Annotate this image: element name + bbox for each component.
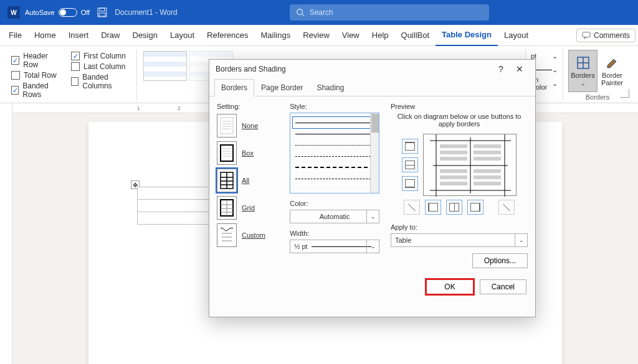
applyto-dropdown[interactable]: Table ⌄ (391, 233, 528, 247)
applyto-label: Apply to: (391, 223, 528, 231)
style-option[interactable] (293, 173, 376, 184)
chevron-down-icon: ⌄ (366, 210, 379, 223)
chk-banded-cols[interactable]: Banded Columns (71, 73, 131, 90)
chk-total-row[interactable]: Total Row (11, 71, 62, 80)
tab-help[interactable]: Help (366, 25, 395, 46)
tab-quillbot[interactable]: QuillBot (395, 25, 436, 46)
width-dropdown[interactable]: ½ pt ⌄ (290, 240, 379, 253)
style-label: Style: (290, 103, 379, 110)
border-inside-h-button[interactable] (402, 157, 418, 172)
style-option[interactable] (293, 139, 376, 151)
scroll-thumb[interactable] (371, 114, 379, 133)
search-icon (296, 8, 305, 17)
tab-layout[interactable]: Layout (164, 25, 201, 46)
tab-review[interactable]: Review (297, 25, 336, 46)
word-logo: W (7, 6, 20, 19)
borders-and-shading-dialog: Borders and Shading ? ✕ Borders Page Bor… (209, 59, 536, 317)
opt-label: Custom (242, 231, 265, 239)
svg-rect-40 (440, 157, 467, 161)
chk-label: Banded Columns (82, 73, 131, 90)
tab-insert[interactable]: Insert (62, 25, 95, 46)
border-right-button[interactable] (467, 200, 483, 215)
autosave-state: Off (81, 9, 90, 16)
comments-button[interactable]: Comments (576, 29, 636, 42)
preview-svg (424, 134, 517, 197)
comments-label: Comments (594, 31, 630, 40)
svg-rect-5 (583, 32, 590, 37)
svg-rect-9 (221, 118, 233, 134)
border-left-button[interactable] (425, 200, 441, 215)
save-icon[interactable] (97, 7, 107, 17)
chk-last-col[interactable]: Last Column (71, 62, 131, 71)
chk-label: First Column (83, 52, 126, 60)
border-icon (405, 161, 415, 169)
border-diag-up-button[interactable] (498, 200, 515, 215)
tab-table-design[interactable]: Table Design (436, 25, 498, 46)
svg-rect-45 (440, 175, 467, 179)
tab-view[interactable]: View (336, 25, 366, 46)
border-diag-down-button[interactable] (404, 200, 420, 215)
preview-diagram[interactable] (423, 134, 517, 196)
preview-hint: Click on diagram below or use buttons to… (391, 113, 528, 128)
help-button[interactable]: ? (492, 60, 510, 78)
style-option[interactable] (293, 117, 376, 128)
border-top-button[interactable] (402, 139, 418, 154)
chk-banded-rows[interactable]: Banded Rows (11, 82, 62, 99)
color-dropdown[interactable]: Automatic ⌄ (290, 210, 379, 223)
style-option[interactable] (293, 128, 376, 139)
ok-button[interactable]: OK (426, 279, 473, 294)
border-bottom-button[interactable] (402, 176, 418, 191)
setting-label: Setting: (217, 103, 279, 110)
style-option[interactable] (293, 151, 376, 162)
dlg-tab-shading[interactable]: Shading (310, 79, 351, 96)
autosave-label: AutoSave (25, 9, 55, 16)
autosave-toggle[interactable]: AutoSave Off (25, 8, 90, 17)
checkbox-icon (71, 52, 80, 60)
painter-label: Border Painter (598, 72, 627, 86)
grid-icon (217, 196, 237, 220)
close-button[interactable]: ✕ (510, 60, 529, 78)
scrollbar[interactable] (370, 113, 379, 193)
table-style-thumb[interactable] (143, 51, 187, 81)
options-button[interactable]: Options... (472, 253, 528, 268)
setting-box[interactable]: Box (217, 141, 279, 165)
dlg-tab-page-border[interactable]: Page Border (254, 79, 310, 96)
cancel-button[interactable]: Cancel (480, 279, 526, 294)
comment-icon (582, 31, 591, 40)
border-icon (428, 203, 438, 212)
dlg-tab-borders[interactable]: Borders (214, 79, 254, 96)
svg-point-3 (297, 9, 302, 15)
border-icon (405, 142, 415, 151)
none-icon (217, 114, 237, 138)
checkbox-icon (71, 77, 79, 86)
dialog-launcher-icon[interactable] (621, 89, 629, 98)
chk-first-col[interactable]: First Column (71, 52, 131, 60)
tab-layout2[interactable]: Layout (498, 25, 535, 46)
chevron-down-icon: ⌄ (515, 234, 527, 246)
opt-label: Grid (242, 204, 255, 212)
style-option[interactable] (293, 162, 376, 173)
svg-rect-47 (474, 169, 501, 173)
style-list[interactable] (290, 113, 379, 194)
svg-rect-49 (474, 182, 501, 185)
setting-custom[interactable]: Custom (217, 223, 279, 247)
chevron-down-icon: ⌄ (552, 80, 558, 88)
border-painter-button[interactable]: Border Painter (598, 50, 627, 92)
tab-references[interactable]: References (201, 25, 254, 46)
tab-mailings[interactable]: Mailings (255, 25, 297, 46)
tab-design[interactable]: Design (126, 25, 164, 46)
setting-all[interactable]: All (217, 169, 279, 192)
chevron-down-icon: ⌄ (581, 80, 586, 86)
svg-rect-38 (440, 144, 467, 148)
tab-home[interactable]: Home (28, 25, 62, 46)
borders-button[interactable]: Borders ⌄ (568, 50, 598, 92)
search-input[interactable]: Search (290, 4, 489, 21)
tab-draw[interactable]: Draw (95, 25, 126, 46)
setting-none[interactable]: None (217, 114, 279, 138)
chk-header-row[interactable]: Header Row (11, 52, 62, 69)
setting-grid[interactable]: Grid (217, 196, 279, 220)
tab-file[interactable]: File (2, 25, 28, 46)
border-inside-v-button[interactable] (446, 200, 462, 215)
width-label: Width: (290, 230, 379, 237)
all-icon (217, 169, 237, 192)
